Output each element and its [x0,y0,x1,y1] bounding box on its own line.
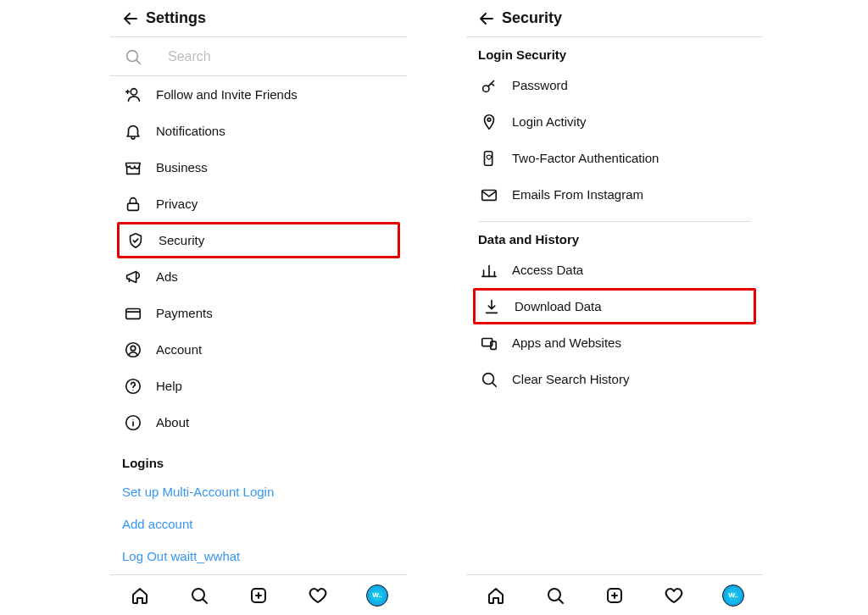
header: Settings [110,0,407,37]
home-icon [130,585,150,606]
nav-activity[interactable] [662,584,686,607]
card-icon [122,302,144,324]
row-about[interactable]: About [122,404,395,440]
invite-icon [124,86,142,104]
key-icon [480,76,498,95]
row-label: Security [159,233,204,247]
heart-icon [664,585,684,606]
row-label: About [156,415,189,429]
bars-icon [478,259,500,281]
bottom-nav: W.. [466,574,763,615]
row-label: Account [156,342,202,357]
storefront-icon [122,157,144,179]
row-label: Ads [156,269,178,284]
row-label: Apps and Websites [512,335,621,350]
logins-header: Logins [122,456,395,470]
row-label: Help [156,379,182,393]
help-circle-icon [122,375,144,397]
plus-square-icon [604,585,625,606]
shield-check-icon [126,231,145,250]
row-label: Privacy [156,197,198,211]
nav-home[interactable] [484,584,508,607]
link-multi[interactable]: Set up Multi-Account Login [122,475,395,507]
row-privacy[interactable]: Privacy [122,186,395,222]
link-add[interactable]: Add account [122,507,395,540]
row-label: Access Data [512,263,583,277]
section-header: Login Security [478,47,751,62]
row-label: Password [512,78,568,92]
row-label: Download Data [515,299,602,313]
row-label: Business [156,160,208,175]
download-icon [482,297,501,316]
security-list: Login Security Password Login Activity T… [466,47,763,407]
row-notifications[interactable]: Notifications [122,113,395,149]
svg-point-0 [127,50,138,61]
back-button[interactable] [471,3,502,34]
search-input[interactable] [168,49,395,64]
settings-screen: Settings Follow and Invite Friends Notif… [110,0,407,615]
heart-icon [308,585,328,606]
search-icon [545,585,565,606]
link-logout[interactable]: Log Out waitt_wwhat [122,540,395,572]
row-access[interactable]: Access Data [478,252,751,288]
search-row[interactable] [110,37,407,76]
nav-search[interactable] [187,584,211,607]
pin-icon [480,113,498,131]
row-payments[interactable]: Payments [122,295,395,331]
row-business[interactable]: Business [122,149,395,186]
row-ads[interactable]: Ads [122,258,395,295]
row-account[interactable]: Account [122,331,395,368]
row-help[interactable]: Help [122,368,395,404]
person-circle-icon [122,339,144,361]
row-label: Emails From Instagram [512,187,643,202]
nav-activity[interactable] [306,584,330,607]
row-download[interactable]: Download Data [473,288,756,324]
bars-icon [480,261,498,280]
plus-square-icon [248,585,269,606]
row-label: Payments [156,306,213,320]
nav-profile[interactable]: W.. [365,584,389,607]
nav-profile[interactable]: W.. [721,584,745,607]
avatar-icon: W.. [722,585,744,607]
row-invite[interactable]: Follow and Invite Friends [122,76,395,113]
row-apps[interactable]: Apps and Websites [478,324,751,361]
avatar-icon: W.. [366,585,388,607]
row-label: Notifications [156,124,225,138]
key-icon [478,75,500,97]
row-password[interactable]: Password [478,67,751,103]
row-emails[interactable]: Emails From Instagram [478,176,751,213]
nav-search[interactable] [543,584,567,607]
nav-home[interactable] [128,584,152,607]
bell-icon [122,120,144,142]
phone-shield-icon [478,147,500,169]
megaphone-icon [122,266,144,288]
mail-icon [480,186,498,204]
home-icon [486,585,506,606]
person-circle-icon [124,341,142,359]
row-activity[interactable]: Login Activity [478,103,751,140]
row-twofactor[interactable]: Two-Factor Authentication [478,140,751,176]
back-button[interactable] [115,3,146,34]
phone-shield-icon [480,149,498,168]
row-label: Login Activity [512,114,587,129]
download-icon [481,296,503,318]
bell-icon [124,122,142,141]
bottom-nav: W.. [110,574,407,615]
row-label: Two-Factor Authentication [512,151,659,165]
page-title: Security [502,9,562,27]
link-label: Set up Multi-Account Login [122,485,274,499]
row-clear[interactable]: Clear Search History [478,361,751,397]
invite-icon [122,84,144,106]
row-security[interactable]: Security [117,222,400,258]
link-label: Log Out waitt_wwhat [122,549,240,563]
search-icon [122,46,144,68]
nav-create[interactable] [603,584,626,607]
row-label: Follow and Invite Friends [156,87,298,102]
nav-create[interactable] [247,584,270,607]
info-circle-icon [122,412,144,434]
megaphone-icon [124,268,142,286]
help-circle-icon [124,377,142,396]
settings-list: Follow and Invite Friends Notifications … [110,76,407,582]
divider [478,221,751,222]
security-screen: Security Login Security Password Login A… [466,0,763,615]
